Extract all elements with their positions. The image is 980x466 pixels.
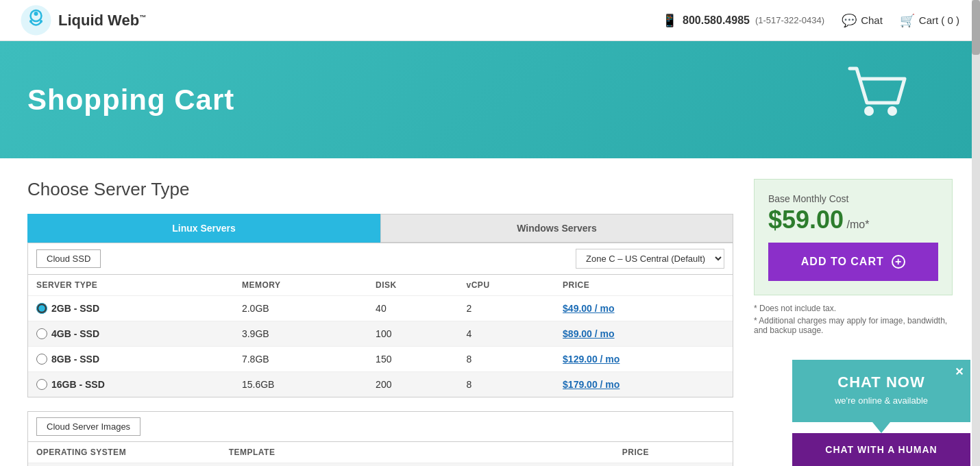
- scrollbar-thumb[interactable]: [972, 0, 980, 55]
- server-price: $179.00 / mo: [563, 379, 620, 390]
- note-charges: Additional charges may apply for image, …: [754, 316, 953, 335]
- server-table: SERVER TYPE MEMORY DISK vCPU PRICE 2GB -…: [28, 275, 733, 397]
- server-name: 2GB - SSD: [51, 303, 99, 314]
- col-template: TEMPLATE: [221, 442, 614, 463]
- images-box: Cloud Server Images OPERATING SYSTEM TEM…: [27, 411, 733, 466]
- server-vcpu: 8: [458, 372, 555, 397]
- server-price: $49.00 / mo: [563, 303, 615, 314]
- col-server-type: SERVER TYPE: [28, 275, 234, 296]
- server-radio-label[interactable]: 4GB - SSD: [36, 328, 225, 339]
- add-to-cart-button[interactable]: ADD TO CART +: [768, 243, 938, 281]
- svg-point-6: [887, 106, 897, 116]
- header: Liquid Web™ 📱 800.580.4985 (1-517-322-04…: [0, 0, 980, 41]
- svg-point-5: [864, 106, 874, 116]
- chat-now-subtitle: we're online & available: [806, 395, 957, 406]
- cloud-ssd-tab[interactable]: Cloud SSD: [36, 249, 101, 268]
- table-row[interactable]: 2GB - SSD 2.0GB 40 2 $49.00 / mo: [28, 296, 733, 321]
- chat-icon: 💬: [842, 13, 857, 28]
- server-type-tabs: Linux Servers Windows Servers: [27, 214, 733, 243]
- server-name: 16GB - SSD: [51, 379, 105, 390]
- cart-icon: 🛒: [900, 13, 915, 28]
- left-panel: Choose Server Type Linux Servers Windows…: [27, 179, 733, 466]
- col-memory: MEMORY: [234, 275, 367, 296]
- base-cost-period: /mo*: [847, 219, 870, 230]
- base-cost-label: Base Monthly Cost: [768, 193, 938, 204]
- server-radio[interactable]: [36, 379, 47, 390]
- server-radio[interactable]: [36, 328, 47, 339]
- images-table: OPERATING SYSTEM TEMPLATE PRICE: [28, 442, 733, 466]
- col-price: PRICE: [554, 275, 733, 296]
- col-vcpu: vCPU: [458, 275, 555, 296]
- svg-point-3: [29, 20, 32, 23]
- server-radio[interactable]: [36, 303, 47, 314]
- hero-banner: Shopping Cart: [0, 41, 980, 158]
- server-name: 8GB - SSD: [51, 354, 99, 365]
- cart-link[interactable]: 🛒 Cart ( 0 ): [900, 13, 959, 28]
- server-radio-label[interactable]: 2GB - SSD: [36, 303, 225, 314]
- table-row[interactable]: 16GB - SSD 15.6GB 200 8 $179.00 / mo: [28, 372, 733, 397]
- server-disk: 150: [367, 347, 458, 372]
- phone-number: 800.580.4985: [683, 14, 750, 27]
- table-row[interactable]: 8GB - SSD 7.8GB 150 8 $129.00 / mo: [28, 347, 733, 372]
- server-box: Cloud SSD Zone C – US Central (Default) …: [27, 243, 733, 397]
- server-radio-label[interactable]: 8GB - SSD: [36, 354, 225, 365]
- server-disk: 100: [367, 321, 458, 347]
- tab-linux-servers[interactable]: Linux Servers: [27, 214, 380, 243]
- chat-link[interactable]: 💬 Chat: [842, 13, 883, 28]
- chat-with-human-button[interactable]: CHAT WITH A HUMAN: [792, 433, 970, 466]
- col-disk: DISK: [367, 275, 458, 296]
- svg-point-4: [40, 20, 42, 23]
- cost-box: Base Monthly Cost $59.00 /mo* ADD TO CAR…: [754, 179, 953, 295]
- tab-windows-servers[interactable]: Windows Servers: [380, 214, 733, 243]
- server-radio[interactable]: [36, 354, 47, 365]
- chat-now-title: CHAT NOW: [806, 373, 957, 391]
- table-row[interactable]: 4GB - SSD 3.9GB 100 4 $89.00 / mo: [28, 321, 733, 347]
- plus-icon: +: [892, 255, 905, 269]
- zone-select[interactable]: Zone C – US Central (Default): [576, 249, 724, 269]
- note-tax: Does not include tax.: [754, 304, 953, 313]
- chat-close-button[interactable]: ✕: [955, 365, 964, 378]
- server-memory: 3.9GB: [234, 321, 367, 347]
- chat-widget: ✕ CHAT NOW we're online & available CHAT…: [792, 360, 970, 466]
- logo-area: Liquid Web™: [21, 5, 146, 36]
- server-memory: 15.6GB: [234, 372, 367, 397]
- logo-icon: [21, 5, 51, 36]
- svg-point-2: [34, 12, 38, 16]
- server-box-header: Cloud SSD Zone C – US Central (Default): [28, 243, 733, 275]
- header-right: 📱 800.580.4985 (1-517-322-0434) 💬 Chat 🛒…: [662, 13, 959, 28]
- phone-icon: 📱: [662, 13, 677, 28]
- scrollbar[interactable]: [972, 0, 980, 466]
- notes-area: Does not include tax. Additional charges…: [754, 304, 953, 335]
- chat-now-box: ✕ CHAT NOW we're online & available: [792, 360, 970, 433]
- server-vcpu: 2: [458, 296, 555, 321]
- server-name: 4GB - SSD: [51, 328, 99, 339]
- server-price: $89.00 / mo: [563, 328, 615, 339]
- phone-alt: (1-517-322-0434): [755, 15, 824, 25]
- server-vcpu: 8: [458, 347, 555, 372]
- page-title: Shopping Cart: [27, 84, 234, 116]
- phone-area: 📱 800.580.4985 (1-517-322-0434): [662, 13, 824, 28]
- image-row[interactable]: Liquid Web CentOS 7 64-bit with Interwor…: [28, 463, 733, 467]
- server-price: $129.00 / mo: [563, 354, 620, 365]
- cart-big-icon: [843, 62, 911, 138]
- section-title: Choose Server Type: [27, 179, 733, 200]
- server-disk: 200: [367, 372, 458, 397]
- cloud-server-images-tab[interactable]: Cloud Server Images: [36, 417, 140, 436]
- cart-label: Cart ( 0 ): [919, 14, 959, 26]
- server-radio-label[interactable]: 16GB - SSD: [36, 379, 225, 390]
- server-disk: 40: [367, 296, 458, 321]
- col-os: OPERATING SYSTEM: [28, 442, 221, 463]
- chat-label: Chat: [861, 14, 883, 26]
- logo-text: Liquid Web™: [58, 12, 146, 29]
- col-img-price: PRICE: [614, 442, 733, 463]
- base-cost-value: $59.00: [768, 206, 844, 234]
- server-vcpu: 4: [458, 321, 555, 347]
- server-memory: 7.8GB: [234, 347, 367, 372]
- server-memory: 2.0GB: [234, 296, 367, 321]
- images-box-header: Cloud Server Images: [28, 412, 733, 442]
